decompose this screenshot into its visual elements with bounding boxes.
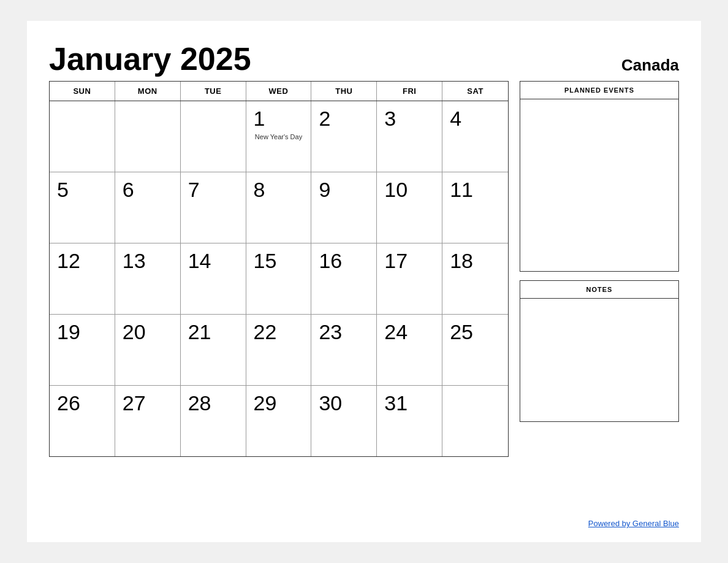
day-header: TUE — [181, 82, 246, 101]
calendar-grid: SUNMONTUEWEDTHUFRISAT 1New Year's Day234… — [49, 81, 509, 457]
day-number: 10 — [384, 178, 434, 201]
day-cell — [50, 101, 115, 172]
day-number: 6 — [123, 178, 173, 201]
day-header: MON — [115, 82, 181, 101]
day-number: 29 — [254, 392, 304, 415]
day-number: 1 — [254, 107, 304, 130]
day-cell: 17 — [377, 243, 442, 314]
week-row: 19202122232425 — [50, 315, 508, 386]
day-cell: 15 — [246, 243, 312, 314]
day-cell: 2 — [311, 101, 377, 172]
day-cell: 6 — [115, 172, 181, 243]
day-cell: 26 — [50, 386, 115, 456]
day-number: 2 — [319, 107, 369, 130]
day-cell: 29 — [246, 386, 312, 456]
day-number: 13 — [123, 250, 173, 272]
sidebar-section: PLANNED EVENTS NOTES — [520, 81, 679, 431]
day-header: SAT — [442, 82, 508, 101]
day-number: 14 — [188, 250, 238, 272]
day-cell: 22 — [246, 315, 312, 385]
day-cell: 16 — [311, 243, 377, 314]
day-headers-row: SUNMONTUEWEDTHUFRISAT — [50, 82, 508, 101]
day-number: 5 — [57, 178, 107, 201]
day-header: WED — [246, 82, 312, 101]
day-cell: 10 — [377, 172, 442, 243]
day-number: 4 — [450, 107, 501, 130]
week-row: 1New Year's Day234 — [50, 101, 508, 172]
day-cell: 27 — [115, 386, 181, 456]
day-cell: 21 — [181, 315, 246, 385]
day-header: FRI — [377, 82, 442, 101]
footer: Powered by General Blue — [588, 518, 679, 529]
weeks-container: 1New Year's Day2345678910111213141516171… — [50, 101, 508, 456]
day-cell: 1New Year's Day — [246, 101, 312, 172]
day-number: 31 — [384, 392, 434, 415]
country-title: Canada — [621, 56, 679, 75]
main-layout: SUNMONTUEWEDTHUFRISAT 1New Year's Day234… — [49, 81, 679, 457]
day-cell: 4 — [442, 101, 508, 172]
day-cell: 24 — [377, 315, 442, 385]
day-number: 27 — [123, 392, 173, 415]
day-number: 23 — [319, 321, 369, 343]
day-number: 8 — [254, 178, 304, 201]
powered-by-link[interactable]: Powered by General Blue — [588, 519, 679, 528]
day-header: THU — [311, 82, 377, 101]
day-number: 3 — [384, 107, 434, 130]
page-header: January 2025 Canada — [49, 43, 679, 75]
day-cell — [115, 101, 181, 172]
week-row: 567891011 — [50, 172, 508, 243]
day-cell: 20 — [115, 315, 181, 385]
day-number: 9 — [319, 178, 369, 201]
day-cell — [181, 101, 246, 172]
calendar-section: SUNMONTUEWEDTHUFRISAT 1New Year's Day234… — [49, 81, 509, 457]
day-cell: 25 — [442, 315, 508, 385]
day-number: 19 — [57, 321, 107, 343]
day-cell: 28 — [181, 386, 246, 456]
day-number: 21 — [188, 321, 238, 343]
day-cell: 9 — [311, 172, 377, 243]
planned-events-header: PLANNED EVENTS — [520, 82, 678, 99]
notes-box: NOTES — [520, 280, 679, 422]
day-number: 28 — [188, 392, 238, 415]
day-header: SUN — [50, 82, 115, 101]
calendar-page: January 2025 Canada SUNMONTUEWEDTHUFRISA… — [27, 21, 701, 542]
day-number: 26 — [57, 392, 107, 415]
planned-events-box: PLANNED EVENTS — [520, 81, 679, 272]
day-number: 12 — [57, 250, 107, 272]
day-cell: 30 — [311, 386, 377, 456]
day-number: 24 — [384, 321, 434, 343]
day-cell: 31 — [377, 386, 442, 456]
day-cell: 3 — [377, 101, 442, 172]
notes-header: NOTES — [520, 281, 678, 299]
day-cell: 13 — [115, 243, 181, 314]
day-cell: 14 — [181, 243, 246, 314]
week-row: 262728293031 — [50, 386, 508, 456]
holiday-label: New Year's Day — [254, 132, 304, 141]
day-cell: 23 — [311, 315, 377, 385]
day-cell — [442, 386, 508, 456]
day-cell: 8 — [246, 172, 312, 243]
day-number: 16 — [319, 250, 369, 272]
day-number: 11 — [450, 178, 501, 201]
day-number: 18 — [450, 250, 501, 272]
day-number: 17 — [384, 250, 434, 272]
day-cell: 12 — [50, 243, 115, 314]
day-number: 15 — [254, 250, 304, 272]
day-cell: 11 — [442, 172, 508, 243]
week-row: 12131415161718 — [50, 243, 508, 315]
notes-body — [520, 299, 678, 421]
day-cell: 18 — [442, 243, 508, 314]
day-cell: 7 — [181, 172, 246, 243]
day-cell: 19 — [50, 315, 115, 385]
day-number: 30 — [319, 392, 369, 415]
planned-events-body — [520, 99, 678, 271]
day-number: 7 — [188, 178, 238, 201]
day-number: 20 — [123, 321, 173, 343]
day-number: 22 — [254, 321, 304, 343]
month-year-title: January 2025 — [49, 43, 251, 75]
day-cell: 5 — [50, 172, 115, 243]
day-number: 25 — [450, 321, 501, 343]
